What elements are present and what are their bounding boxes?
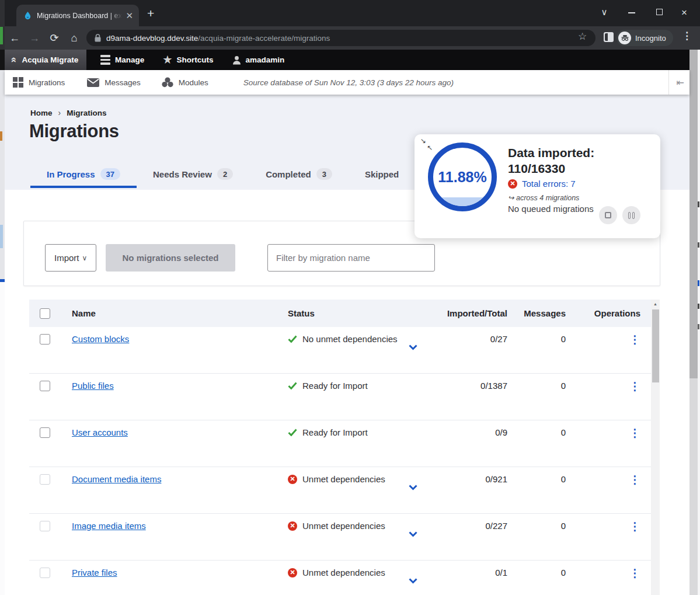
operations-kebab-icon[interactable]: ⋮ [629, 333, 640, 346]
tab-needs-review[interactable]: Needs Review 2 [137, 162, 249, 188]
expand-chevron-icon[interactable] [409, 342, 417, 352]
window-chevron-icon[interactable]: ∨ [598, 7, 610, 18]
chevron-down-icon: ∨ [82, 254, 88, 262]
star-icon: ★ [163, 54, 172, 66]
operations-kebab-icon[interactable]: ⋮ [629, 380, 640, 392]
page-scrollbar-thumb[interactable] [689, 50, 698, 378]
tab-completed[interactable]: Completed 3 [249, 162, 349, 188]
page-scrollbar[interactable] [689, 50, 698, 595]
new-tab-button[interactable]: + [147, 6, 154, 20]
browser-tab-title: Migrations Dashboard | example [37, 12, 122, 20]
toolbar-item-migrations[interactable]: Migrations [5, 77, 73, 88]
import-dropdown-button[interactable]: Import ∨ [45, 244, 96, 272]
tab-close-icon[interactable]: ✕ [126, 11, 133, 21]
header-status: Status [274, 308, 429, 318]
migration-name-link[interactable]: Private files [72, 568, 117, 577]
table-row-user-accounts: User accounts ✕ Ready for Import 0/9 0 ⋮ [29, 420, 651, 467]
incognito-label: Incognito [635, 34, 666, 43]
imported-total-value: 0/27 [429, 334, 511, 344]
row-checkbox[interactable] [40, 568, 50, 578]
toolbar-item-modules[interactable]: Modules [154, 77, 217, 88]
url-field[interactable]: d9ama-ddevblog.ddev.site/acquia-migrate-… [86, 30, 595, 46]
expand-chevron-icon[interactable] [409, 576, 417, 586]
toolbar-item-shortcuts[interactable]: ★ Shortcuts [154, 50, 222, 70]
filter-input[interactable] [267, 244, 435, 272]
browser-tab[interactable]: Migrations Dashboard | example ✕ [16, 5, 139, 26]
across-migrations-note: ↪ across 4 migrations [508, 193, 579, 202]
scroll-up-icon[interactable]: ▲ [651, 300, 660, 308]
row-checkbox[interactable] [40, 474, 50, 485]
queue-status: No queued migrations [508, 204, 594, 214]
messages-count: 0 [511, 568, 569, 577]
tab-in-progress[interactable]: In Progress 37 [30, 162, 137, 188]
no-migrations-selected-button[interactable]: No migrations selected [106, 244, 235, 272]
grid-icon [13, 77, 23, 88]
select-all-checkbox[interactable] [40, 308, 50, 319]
collapse-arrow-nw-icon[interactable]: ↖ [427, 144, 433, 151]
row-checkbox[interactable] [40, 381, 50, 391]
home-icon[interactable]: ⌂ [64, 32, 84, 44]
window-minimize-button[interactable] [628, 12, 635, 13]
status-ok-icon [288, 335, 297, 343]
migration-name-link[interactable]: Public files [72, 381, 114, 391]
header-name: Name [61, 308, 274, 318]
side-panel-icon[interactable] [604, 32, 614, 42]
total-errors-link[interactable]: Total errors: 7 [522, 179, 576, 189]
toolbar-item-manage[interactable]: Manage [91, 50, 154, 70]
migrations-table: Name Status Imported/Total Messages Oper… [29, 300, 660, 595]
pause-icon [628, 212, 635, 219]
window-maximize-button[interactable] [656, 9, 663, 15]
forward-icon[interactable]: → [25, 32, 44, 44]
table-row-image-media-items: Image media items ✕ Unmet dependencies 0… [29, 514, 651, 561]
migration-name-link[interactable]: Image media items [72, 521, 146, 531]
expand-chevron-icon[interactable] [409, 529, 417, 539]
pause-button[interactable] [622, 206, 640, 224]
header-messages: Messages [511, 308, 569, 318]
table-scrollbar-thumb[interactable] [652, 309, 659, 382]
expand-chevron-icon[interactable] [409, 482, 417, 492]
breadcrumb-separator: › [58, 108, 61, 117]
row-checkbox[interactable] [40, 427, 50, 438]
table-row-custom-blocks: Custom blocks ✕ No unmet dependencies 0/… [29, 327, 651, 374]
table-header: Name Status Imported/Total Messages Oper… [29, 300, 651, 327]
error-icon: ✕ [508, 179, 517, 189]
tab-skipped[interactable]: Skipped [349, 162, 415, 188]
double-chevron-up-icon: « [9, 57, 19, 62]
row-checkbox[interactable] [40, 521, 50, 531]
secondary-toolbar: Migrations Messages Modules Source datab… [5, 70, 689, 95]
row-checkbox[interactable] [40, 334, 50, 345]
breadcrumb-current: Migrations [67, 109, 106, 117]
imported-total-value: 0/227 [429, 521, 511, 531]
operations-kebab-icon[interactable]: ⋮ [629, 474, 640, 486]
browser-titlebar: Migrations Dashboard | example ✕ + ∨ × [0, 0, 700, 26]
back-icon[interactable]: ← [5, 32, 25, 44]
browser-menu-icon[interactable]: ⋮ [682, 30, 692, 42]
collapse-toolbar-icon[interactable]: ⇤ [668, 70, 684, 95]
bookmark-star-icon[interactable]: ☆ [578, 30, 587, 43]
migration-name-link[interactable]: User accounts [72, 427, 128, 437]
envelope-icon [87, 78, 99, 87]
operations-kebab-icon[interactable]: ⋮ [629, 520, 640, 533]
operations-kebab-icon[interactable]: ⋮ [629, 427, 640, 439]
status-error-icon: ✕ [288, 521, 297, 531]
data-imported-label: Data imported: 110/16330 [508, 145, 594, 176]
stop-button[interactable] [599, 206, 617, 224]
breadcrumb-home-link[interactable]: Home [30, 109, 53, 117]
lock-icon [95, 34, 101, 42]
migration-name-link[interactable]: Document media items [72, 474, 161, 484]
operations-kebab-icon[interactable]: ⋮ [629, 567, 640, 579]
tab-count-badge: 3 [316, 168, 332, 180]
admin-toolbar: « Acquia Migrate Manage ★ Shortcuts amad… [5, 50, 689, 70]
acquia-migrate-brand[interactable]: « Acquia Migrate [5, 50, 86, 70]
toolbar-item-messages[interactable]: Messages [79, 78, 149, 87]
migration-name-link[interactable]: Custom blocks [72, 334, 129, 344]
window-close-button[interactable]: × [678, 7, 690, 19]
tab-count-badge: 2 [217, 168, 233, 180]
toolbar-item-user[interactable]: amadamin [223, 50, 294, 70]
stop-icon [605, 212, 611, 218]
table-row-public-files: Public files ✕ Ready for Import 0/1387 0… [29, 374, 651, 420]
reload-icon[interactable]: ⟳ [44, 32, 64, 44]
collapse-arrow-se-icon[interactable]: ↘ [420, 137, 426, 144]
header-operations: Operations [569, 308, 651, 318]
incognito-icon [618, 32, 631, 44]
